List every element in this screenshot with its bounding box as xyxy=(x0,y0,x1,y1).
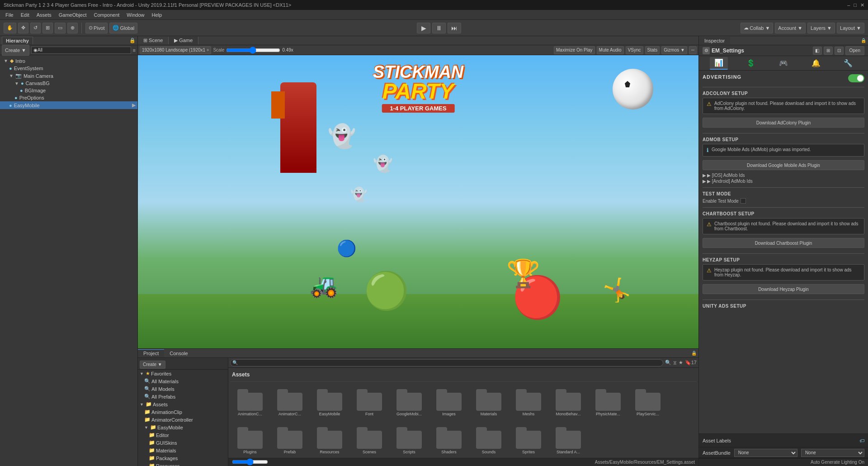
bell-tab-btn[interactable]: 🔔 xyxy=(807,57,825,70)
hierarchy-create-btn[interactable]: Create ▼ xyxy=(2,45,29,56)
stats-btn[interactable]: Stats xyxy=(645,46,660,54)
hierarchy-item-bgimage[interactable]: ● BGImage xyxy=(0,87,137,94)
hierarchy-tab[interactable]: Hierarchy xyxy=(2,37,33,45)
asset-standard-a[interactable]: Standard A... xyxy=(550,425,586,456)
tab-console[interactable]: Console xyxy=(164,350,193,357)
insp-btn2[interactable]: ⊞ xyxy=(824,47,833,55)
asset-meshs[interactable]: Meshs xyxy=(510,387,547,418)
hand-tool-btn[interactable]: ✋ xyxy=(4,23,16,33)
tree-editor[interactable]: 📁 Editor xyxy=(138,431,228,439)
advertising-toggle[interactable] xyxy=(848,74,864,82)
pause-btn[interactable]: ⏸ xyxy=(432,23,446,33)
admob-download-btn[interactable]: Download Google Mobile Ads Plugin xyxy=(703,160,864,170)
minimize-panel-btn[interactable]: ─ xyxy=(689,46,697,54)
asset-physicmate[interactable]: PhysicMate... xyxy=(590,387,626,418)
tree-guiskins[interactable]: 📁 GUISkins xyxy=(138,439,228,447)
tree-animationclip[interactable]: 📁 AnimationClip xyxy=(138,408,228,416)
maximize-btn[interactable]: □ xyxy=(854,2,857,8)
gamepad-tab-btn[interactable]: 🎮 xyxy=(774,57,793,70)
asset-animationc[interactable]: AnimationC... xyxy=(232,387,268,418)
open-btn[interactable]: Open xyxy=(845,46,864,55)
collab-btn[interactable]: ☁ Collab ▼ xyxy=(741,23,773,33)
tree-favorites[interactable]: ▼ ★ Favorites xyxy=(138,370,228,377)
analytics-tab-btn[interactable]: 📊 xyxy=(710,57,728,70)
play-btn[interactable]: ▶ xyxy=(417,23,430,33)
minimize-btn[interactable]: – xyxy=(847,2,850,8)
tab-game[interactable]: ▶ Game xyxy=(169,37,198,44)
chartboost-download-btn[interactable]: Download Chartboost Plugin xyxy=(703,238,864,248)
asset-scripts[interactable]: Scripts xyxy=(391,425,427,456)
hierarchy-item-canvasbg[interactable]: ▼ ● CanvasBG xyxy=(0,80,137,87)
step-btn[interactable]: ⏭ xyxy=(448,23,461,33)
tab-scene[interactable]: ⊞ Scene xyxy=(138,37,169,44)
insp-lock-icon[interactable]: 🔒 xyxy=(859,38,868,43)
asset-materials[interactable]: Materials xyxy=(471,387,507,418)
gizmos-btn[interactable]: Gizmos ▼ xyxy=(661,46,687,54)
asset-sprites[interactable]: Sprites xyxy=(510,425,547,456)
menu-edit[interactable]: Edit xyxy=(17,11,33,19)
heyzap-download-btn[interactable]: Download Heyzap Plugin xyxy=(703,284,864,294)
assets-search-input[interactable] xyxy=(230,359,663,366)
asset-monobehav[interactable]: MonoBehav... xyxy=(550,387,586,418)
asset-prefab[interactable]: Prefab xyxy=(272,425,308,456)
asset-easymobile[interactable]: EasyMobile xyxy=(311,387,348,418)
testmode-checkbox[interactable] xyxy=(741,198,746,204)
close-btn[interactable]: ✕ xyxy=(860,2,864,8)
global-btn[interactable]: 🌐 Global xyxy=(109,23,137,33)
project-create-btn[interactable]: Create ▼ xyxy=(140,361,165,369)
transform-tool-btn[interactable]: ⊕ xyxy=(67,23,78,33)
tree-all-models[interactable]: 🔍 All Models xyxy=(138,385,228,393)
pivot-btn[interactable]: ⊙ Pivot xyxy=(85,23,108,33)
asset-animatorc[interactable]: AnimatorC... xyxy=(272,387,308,418)
menu-file[interactable]: File xyxy=(2,11,17,19)
mute-btn[interactable]: Mute Audio xyxy=(597,46,624,54)
menu-component[interactable]: Component xyxy=(90,11,123,19)
tree-resources[interactable]: 📁 Resources xyxy=(138,462,228,466)
tree-animatorcontroller[interactable]: 📁 AnimatorController xyxy=(138,416,228,423)
rect-tool-btn[interactable]: ▭ xyxy=(55,23,66,33)
scale-tool-btn[interactable]: ⊞ xyxy=(42,23,53,33)
menu-assets[interactable]: Assets xyxy=(33,11,55,19)
money-tab-btn[interactable]: 💲 xyxy=(742,57,760,70)
asset-bundle-select1[interactable]: None xyxy=(734,449,797,457)
insp-btn1[interactable]: ◧ xyxy=(813,47,822,55)
rotate-tool-btn[interactable]: ↺ xyxy=(30,23,41,33)
asset-playservic[interactable]: PlayServic... xyxy=(630,387,666,418)
tree-materials-assets[interactable]: 📁 Materials xyxy=(138,447,228,454)
asset-scenes[interactable]: Scenes xyxy=(351,425,387,456)
asset-images[interactable]: Images xyxy=(431,387,467,418)
asset-sounds[interactable]: Sounds xyxy=(471,425,507,456)
asset-resources[interactable]: Resources xyxy=(311,425,348,456)
maximize-btn[interactable]: Maximize On Play xyxy=(554,46,595,54)
vsync-btn[interactable]: VSync xyxy=(626,46,643,54)
tree-all-prefabs[interactable]: 🔍 All Prefabs xyxy=(138,393,228,400)
hierarchy-item-preoptions[interactable]: ● PreOptions xyxy=(0,94,137,101)
path-zoom-slider[interactable] xyxy=(232,458,268,466)
hierarchy-item-eventsystem[interactable]: ● EventSystem xyxy=(0,65,137,72)
hierarchy-item-maincamera[interactable]: ▼ 📷 Main Camera xyxy=(0,72,137,80)
tree-assets[interactable]: ▼ 📁 Assets xyxy=(138,400,228,408)
asset-bundle-select2[interactable]: None xyxy=(801,449,864,457)
layout-btn[interactable]: Layout ▼ xyxy=(837,23,864,33)
tree-easymobile-assets[interactable]: ▼ 📁 EasyMobile xyxy=(138,423,228,431)
account-btn[interactable]: Account ▼ xyxy=(775,23,806,33)
android-admob-ids[interactable]: ▶ ▶ [Android] AdMob Ids xyxy=(703,179,864,184)
asset-googlemobi[interactable]: GoogleMobi... xyxy=(391,387,427,418)
tree-all-materials[interactable]: 🔍 All Materials xyxy=(138,377,228,385)
asset-shaders[interactable]: Shaders xyxy=(431,425,467,456)
tree-packages[interactable]: 📁 Packages xyxy=(138,454,228,462)
hierarchy-search-input[interactable] xyxy=(31,47,131,54)
tab-inspector[interactable]: Inspector xyxy=(699,37,730,44)
menu-help[interactable]: Help xyxy=(148,11,165,19)
asset-plugins[interactable]: Plugins xyxy=(232,425,268,456)
tab-project[interactable]: Project xyxy=(138,349,164,357)
hierarchy-item-easymobile[interactable]: ● EasyMobile ▶ xyxy=(0,101,137,109)
asset-font[interactable]: Font xyxy=(351,387,387,418)
ios-admob-ids[interactable]: ▶ ▶ [IOS] AdMob Ids xyxy=(703,173,864,178)
menu-window[interactable]: Window xyxy=(123,11,148,19)
scale-slider[interactable] xyxy=(226,47,280,54)
menu-gameobject[interactable]: GameObject xyxy=(55,11,90,19)
resolution-btn[interactable]: 1920x1080 Landscape (1920x1 ÷ xyxy=(140,46,211,54)
insp-btn3[interactable]: ⊡ xyxy=(835,47,844,55)
adcolony-download-btn[interactable]: Download AdColony Plugin xyxy=(703,118,864,128)
